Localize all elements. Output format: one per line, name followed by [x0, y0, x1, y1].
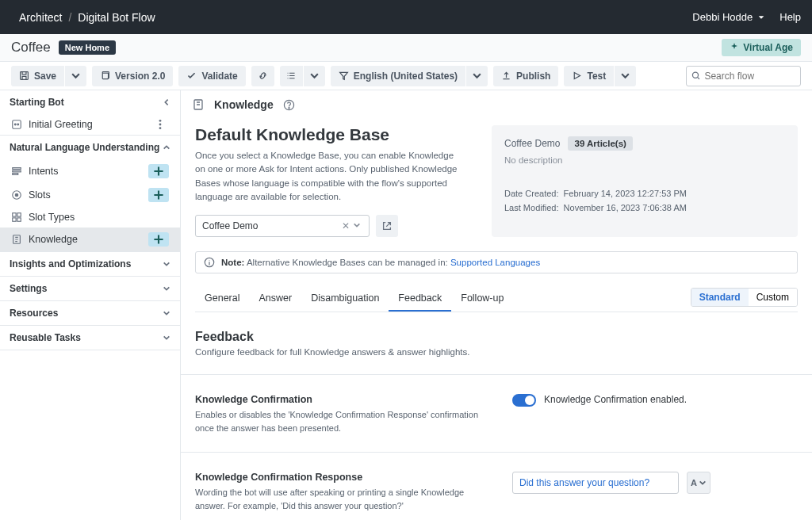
save-button[interactable]: Save	[11, 66, 64, 86]
svg-point-8	[159, 124, 162, 126]
feedback-subtext: Configure feedback for full Knowledge an…	[195, 347, 798, 357]
kcr-format-button[interactable]: A	[687, 472, 710, 494]
save-button-group: Save	[11, 66, 86, 86]
sidebar-item-slots[interactable]: Slots	[0, 183, 180, 207]
svg-rect-15	[13, 213, 16, 216]
mode-segment: Standard Custom	[691, 288, 798, 307]
link-icon	[258, 71, 268, 81]
supported-languages-link[interactable]: Supported Languages	[450, 258, 540, 267]
add-intent-button[interactable]	[148, 164, 169, 178]
list-dropdown[interactable]	[304, 66, 325, 86]
virtual-agent-pill[interactable]: Virtual Age	[722, 39, 801, 56]
version-button[interactable]: Version 2.0	[92, 66, 173, 86]
slot-types-icon	[11, 212, 22, 223]
user-name: Debbi Hodde	[692, 11, 753, 23]
svg-rect-10	[13, 168, 21, 170]
kcr-heading: Knowledge Confirmation Response	[195, 472, 481, 483]
add-knowledge-button[interactable]	[148, 232, 169, 247]
add-slot-button[interactable]	[148, 188, 169, 202]
kb-select[interactable]: Coffee Demo ✕	[195, 215, 370, 237]
kb-select-chevron[interactable]	[351, 220, 362, 231]
list-icon	[286, 71, 297, 81]
list-button[interactable]	[280, 66, 303, 86]
kb-info-name: Coffee Demo	[504, 138, 560, 149]
kb-open-button[interactable]	[376, 215, 398, 237]
chevron-down-icon	[163, 334, 170, 342]
kb-created-value: February 14, 2023 12:27:53 PM	[564, 189, 687, 198]
breadcrumb-flow[interactable]: Digital Bot Flow	[78, 11, 155, 24]
sidebar-section-resources[interactable]: Resources	[0, 301, 180, 325]
save-icon	[19, 71, 29, 81]
sidebar-item-intents[interactable]: Intents	[0, 159, 180, 183]
kb-description: Once you select a Knowledge Base, you ca…	[195, 149, 465, 204]
tab-feedback[interactable]: Feedback	[389, 286, 451, 312]
test-dropdown[interactable]	[615, 66, 636, 86]
kb-title: Default Knowledge Base	[195, 125, 476, 144]
kc-toggle[interactable]	[512, 394, 536, 407]
sidebar-item-initial-greeting[interactable]: Initial Greeting	[0, 114, 180, 135]
open-external-icon	[381, 220, 393, 231]
more-icon[interactable]	[151, 119, 169, 130]
sidebar-section-nlu[interactable]: Natural Language Understanding	[0, 136, 180, 159]
language-dropdown[interactable]	[466, 66, 488, 86]
intents-icon	[11, 166, 22, 177]
svg-rect-16	[17, 213, 21, 216]
validate-button[interactable]: Validate	[178, 66, 245, 86]
kb-no-description: No description	[504, 155, 785, 165]
kb-select-value: Coffee Demo	[202, 220, 340, 231]
breadcrumb-separator: /	[68, 11, 71, 24]
save-dropdown[interactable]	[65, 66, 86, 86]
kb-modified-label: Last Modified:	[504, 203, 558, 212]
kb-created-label: Date Created:	[504, 189, 558, 198]
sidebar-item-slot-types[interactable]: Slot Types	[0, 207, 180, 228]
publish-button[interactable]: Publish	[493, 66, 558, 86]
tab-followup[interactable]: Follow-up	[451, 286, 513, 312]
feedback-heading: Feedback	[195, 330, 798, 344]
main-content: Knowledge Default Knowledge Base Once yo…	[181, 90, 812, 520]
test-button[interactable]: Test	[564, 66, 614, 86]
svg-rect-17	[13, 218, 16, 221]
kc-heading: Knowledge Confirmation	[195, 394, 481, 405]
chevron-up-icon	[163, 143, 170, 151]
tab-disambiguation[interactable]: Disambiguation	[301, 286, 389, 312]
greeting-icon	[11, 119, 22, 130]
svg-rect-2	[102, 73, 108, 78]
svg-point-6	[17, 124, 19, 125]
chevron-down-icon	[472, 71, 482, 81]
chevron-down-icon	[71, 71, 81, 81]
sidebar-section-starting-bot[interactable]: Starting Bot	[0, 90, 180, 114]
svg-point-5	[14, 124, 16, 125]
svg-point-22	[289, 107, 289, 108]
language-button[interactable]: English (United States)	[331, 66, 465, 86]
help-link[interactable]: Help	[779, 11, 801, 23]
tab-general[interactable]: General	[195, 286, 249, 312]
user-menu[interactable]: Debbi Hodde	[692, 11, 765, 23]
sidebar-section-reusable[interactable]: Reusable Tasks	[0, 326, 180, 350]
kb-select-clear[interactable]: ✕	[340, 220, 351, 231]
breadcrumb-architect[interactable]: Architect	[19, 11, 62, 24]
tab-answer[interactable]: Answer	[249, 286, 301, 312]
sidebar-section-insights[interactable]: Insights and Optimizations	[0, 252, 180, 276]
kb-article-count-badge: 39 Article(s)	[568, 136, 632, 151]
search-flow-box[interactable]	[686, 66, 801, 86]
seg-standard[interactable]: Standard	[691, 289, 749, 306]
play-icon	[572, 71, 582, 81]
seg-custom[interactable]: Custom	[749, 289, 797, 306]
kcr-description: Wording the bot will use after speaking …	[195, 486, 481, 512]
search-flow-input[interactable]	[704, 71, 795, 82]
kc-toggle-label: Knowledge Confirmation enabled.	[544, 394, 687, 405]
svg-point-3	[692, 72, 698, 78]
note-banner: Note: Alternative Knowledge Bases can be…	[195, 251, 798, 273]
link-button[interactable]	[251, 66, 274, 86]
new-home-pill[interactable]: New Home	[59, 40, 116, 55]
svg-point-9	[159, 127, 162, 129]
sparkle-icon	[730, 43, 739, 52]
chevron-down-icon	[309, 71, 320, 81]
info-icon	[204, 257, 215, 268]
svg-point-7	[159, 120, 162, 122]
sidebar: Starting Bot Initial Greeting Natural La…	[0, 90, 181, 520]
sidebar-item-knowledge[interactable]: Knowledge	[0, 228, 180, 251]
help-icon[interactable]	[283, 99, 295, 111]
sidebar-section-settings[interactable]: Settings	[0, 277, 180, 300]
kcr-input[interactable]: Did this answer your question?	[512, 472, 679, 494]
